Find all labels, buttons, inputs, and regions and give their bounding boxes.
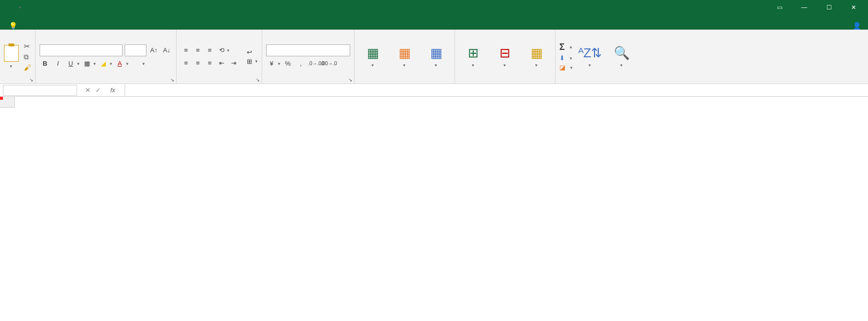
ribbon: ▾ ✂ ⧉ 🖌 ↘ A↑ A↓ B I U▾: [0, 30, 868, 84]
group-clipboard-label: ↘: [4, 81, 31, 82]
orientation-icon[interactable]: ⟲: [216, 45, 227, 56]
bold-button[interactable]: B: [40, 58, 50, 69]
copy-icon: ⧉: [24, 53, 29, 61]
wrap-text-button[interactable]: ↩: [247, 48, 258, 56]
chevron-down-icon[interactable]: ▾: [110, 61, 112, 66]
sort-filter-button[interactable]: ᴬZ⇅▾: [576, 45, 604, 68]
chevron-down-icon: ▾: [570, 56, 572, 61]
name-box[interactable]: [3, 85, 77, 96]
chevron-down-icon[interactable]: ▾: [93, 61, 96, 66]
insert-icon: ⊞: [468, 45, 479, 61]
align-left-icon[interactable]: ≡: [181, 58, 191, 69]
underline-button[interactable]: U: [65, 58, 76, 69]
ribbon-display-icon[interactable]: ▭: [768, 0, 791, 14]
cell-styles-button[interactable]: ▦▾: [422, 45, 451, 68]
chevron-down-icon: ▾: [472, 63, 474, 68]
group-number: ¥▾ % , .0→.00 .00→.0 ↘: [262, 30, 355, 83]
maximize-icon[interactable]: ☐: [818, 0, 840, 14]
qat-customize-icon[interactable]: ▾: [19, 5, 21, 10]
number-format-input[interactable]: [266, 44, 350, 56]
search-icon: 🔍: [614, 45, 630, 61]
brush-icon: 🖌: [24, 63, 31, 72]
minimize-icon[interactable]: —: [793, 0, 816, 14]
insert-cells-button[interactable]: ⊞▾: [459, 45, 488, 68]
border-button[interactable]: ▦: [82, 58, 92, 69]
chevron-down-icon: ▾: [535, 63, 538, 68]
sigma-icon: Σ: [559, 42, 565, 52]
font-name-input[interactable]: [40, 44, 123, 56]
clear-button[interactable]: ◪▾: [559, 64, 573, 71]
decrease-indent-icon[interactable]: ⇤: [216, 58, 227, 69]
chevron-down-icon: ▾: [570, 65, 573, 70]
group-cells: ⊞▾ ⊟▾ ▦▾: [455, 30, 555, 83]
group-editing: Σ▾ ⬇▾ ◪▾ ᴬZ⇅▾ 🔍▾: [555, 30, 640, 83]
increase-decimal-icon[interactable]: .0→.00: [308, 58, 319, 69]
fx-icon[interactable]: fx: [106, 86, 120, 94]
font-color-button[interactable]: A: [114, 58, 125, 69]
align-middle-icon[interactable]: ≡: [192, 45, 203, 56]
format-painter-button[interactable]: 🖌: [24, 63, 31, 72]
align-top-icon[interactable]: ≡: [181, 45, 191, 56]
format-icon: ▦: [531, 45, 543, 61]
chevron-down-icon[interactable]: ▾: [278, 61, 280, 66]
wrap-icon: ↩: [247, 48, 252, 56]
align-center-icon[interactable]: ≡: [192, 58, 203, 69]
chevron-down-icon[interactable]: ▾: [142, 61, 145, 66]
italic-button[interactable]: I: [52, 58, 63, 69]
share-button[interactable]: 👤: [853, 22, 863, 30]
formula-input[interactable]: [125, 86, 868, 94]
group-styles: ▦▾ ▦▾ ▦▾: [355, 30, 455, 83]
close-icon[interactable]: ✕: [842, 0, 865, 14]
group-alignment-label: ↘: [181, 81, 258, 82]
format-cells-button[interactable]: ▦▾: [522, 45, 551, 68]
group-editing-label: [559, 81, 636, 82]
table-icon: ▦: [399, 45, 411, 61]
accounting-format-icon[interactable]: ¥: [266, 58, 277, 69]
fill-color-button[interactable]: ◢: [98, 58, 109, 69]
decrease-font-icon[interactable]: A↓: [161, 45, 172, 56]
copy-button[interactable]: ⧉: [24, 53, 31, 61]
chevron-down-icon[interactable]: ▾: [227, 48, 229, 53]
chevron-down-icon[interactable]: ▾: [77, 61, 80, 66]
fill-button[interactable]: ⬇▾: [559, 54, 573, 62]
conditional-formatting-button[interactable]: ▦▾: [359, 45, 387, 68]
percent-format-icon[interactable]: %: [282, 58, 293, 69]
window-controls: ▭ — ☐ ✕: [765, 0, 868, 14]
merge-center-button[interactable]: ⊞▾: [247, 58, 258, 65]
clipboard-icon: [4, 45, 19, 62]
quick-access-toolbar: ▾: [0, 5, 26, 10]
format-as-table-button[interactable]: ▦▾: [390, 45, 419, 68]
delete-cells-button[interactable]: ⊟▾: [491, 45, 519, 68]
chevron-down-icon: ▾: [570, 45, 572, 50]
phonetic-button[interactable]: [131, 58, 141, 69]
enter-formula-icon[interactable]: ✓: [95, 86, 101, 94]
dialog-launcher-icon[interactable]: ↘: [29, 77, 33, 82]
cancel-formula-icon[interactable]: ✕: [85, 86, 91, 94]
sort-icon: ᴬZ⇅: [578, 45, 602, 61]
select-all-corner[interactable]: [0, 97, 15, 108]
align-bottom-icon[interactable]: ≡: [204, 45, 215, 56]
font-size-input[interactable]: [125, 44, 146, 56]
dialog-launcher-icon[interactable]: ↘: [256, 77, 260, 82]
fill-icon: ⬇: [559, 54, 565, 62]
dialog-launcher-icon[interactable]: ↘: [348, 77, 352, 82]
tell-me-box[interactable]: 💡: [4, 22, 24, 30]
find-select-button[interactable]: 🔍▾: [607, 45, 636, 68]
group-font-label: ↘: [40, 81, 172, 82]
increase-indent-icon[interactable]: ⇥: [228, 58, 239, 69]
group-cells-label: [459, 81, 551, 82]
dialog-launcher-icon[interactable]: ↘: [170, 77, 174, 82]
cut-button[interactable]: ✂: [24, 42, 31, 51]
bulb-icon: 💡: [9, 22, 17, 30]
paste-button[interactable]: ▾: [4, 45, 19, 69]
comma-format-icon[interactable]: ,: [295, 58, 306, 69]
scissors-icon: ✂: [24, 42, 30, 51]
chevron-down-icon: ▾: [255, 59, 258, 64]
increase-font-icon[interactable]: A↑: [148, 45, 159, 56]
chevron-down-icon[interactable]: ▾: [126, 61, 129, 66]
delete-icon: ⊟: [500, 45, 510, 61]
autosum-button[interactable]: Σ▾: [559, 42, 573, 52]
align-right-icon[interactable]: ≡: [204, 58, 215, 69]
decrease-decimal-icon[interactable]: .00→.0: [321, 58, 332, 69]
chevron-down-icon: ▾: [10, 64, 12, 69]
